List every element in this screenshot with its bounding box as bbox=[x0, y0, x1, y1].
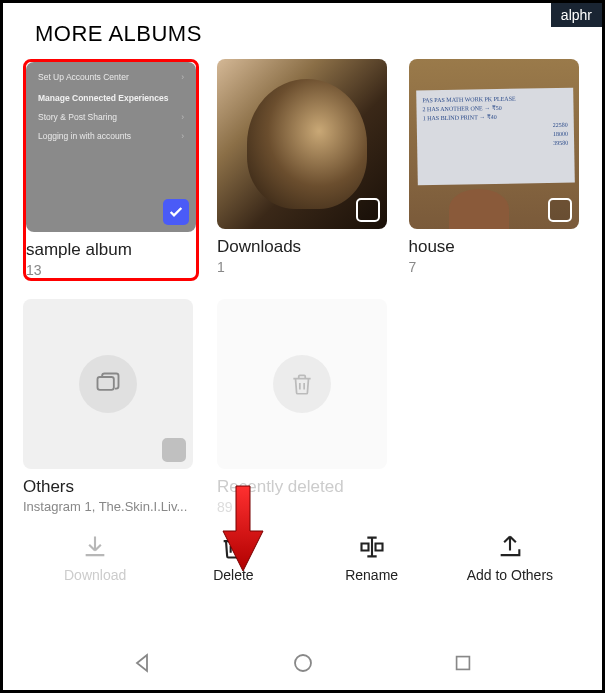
system-nav-bar bbox=[3, 635, 602, 690]
selected-check-icon bbox=[163, 199, 189, 225]
svg-rect-2 bbox=[456, 656, 469, 669]
album-name: house bbox=[409, 237, 583, 257]
add-icon bbox=[496, 533, 524, 561]
settings-row: Set Up Accounts Center› bbox=[38, 72, 184, 82]
album-thumbnail bbox=[23, 299, 193, 469]
recent-icon[interactable] bbox=[452, 652, 474, 674]
album-thumbnail: PAS PAS MATH WORK PK PLEASE 2 HAS ANOTHE… bbox=[409, 59, 579, 229]
rename-icon bbox=[358, 533, 386, 561]
album-name: sample album bbox=[26, 240, 196, 260]
album-thumbnail: Set Up Accounts Center› Manage Connected… bbox=[26, 62, 196, 232]
album-sample[interactable]: Set Up Accounts Center› Manage Connected… bbox=[23, 59, 199, 281]
trash-icon bbox=[273, 355, 331, 413]
action-label: Delete bbox=[213, 567, 253, 583]
album-name: Others bbox=[23, 477, 199, 497]
album-recently-deleted[interactable]: Recently deleted 89 bbox=[217, 299, 391, 515]
album-downloads[interactable]: Downloads 1 bbox=[217, 59, 391, 281]
album-subtitle: Instagram 1, The.Skin.I.Liv... bbox=[23, 499, 193, 514]
action-label: Rename bbox=[345, 567, 398, 583]
unselected-check-icon bbox=[548, 198, 572, 222]
download-button: Download bbox=[50, 533, 140, 583]
action-bar: Download Delete Rename Add to Others bbox=[21, 523, 584, 601]
delete-button[interactable]: Delete bbox=[188, 533, 278, 583]
album-thumbnail bbox=[217, 299, 387, 469]
album-house[interactable]: PAS PAS MATH WORK PK PLEASE 2 HAS ANOTHE… bbox=[409, 59, 583, 281]
album-count: 7 bbox=[409, 259, 583, 275]
action-label: Download bbox=[64, 567, 126, 583]
album-count: 13 bbox=[26, 262, 196, 278]
album-count: 89 bbox=[217, 499, 391, 515]
album-count: 1 bbox=[217, 259, 391, 275]
back-icon[interactable] bbox=[131, 651, 155, 675]
settings-heading: Manage Connected Experiences bbox=[38, 93, 184, 103]
settings-row: Logging in with accounts› bbox=[38, 131, 184, 141]
add-to-others-button[interactable]: Add to Others bbox=[465, 533, 555, 583]
album-thumbnail bbox=[217, 59, 387, 229]
trash-icon bbox=[219, 533, 247, 561]
settings-row: Story & Post Sharing› bbox=[38, 112, 184, 122]
album-grid: Set Up Accounts Center› Manage Connected… bbox=[21, 59, 584, 515]
rename-button[interactable]: Rename bbox=[327, 533, 417, 583]
action-label: Add to Others bbox=[467, 567, 553, 583]
gallery-screen: MORE ALBUMS Set Up Accounts Center› Mana… bbox=[3, 3, 602, 630]
folder-icon bbox=[79, 355, 137, 413]
svg-point-1 bbox=[295, 655, 311, 671]
unselected-check-icon bbox=[356, 198, 380, 222]
svg-rect-0 bbox=[98, 377, 114, 390]
download-icon bbox=[81, 533, 109, 561]
home-icon[interactable] bbox=[291, 651, 315, 675]
album-others[interactable]: Others Instagram 1, The.Skin.I.Liv... bbox=[23, 299, 199, 515]
album-name: Downloads bbox=[217, 237, 391, 257]
page-title: MORE ALBUMS bbox=[21, 21, 584, 47]
alphr-badge: alphr bbox=[551, 3, 602, 27]
album-name: Recently deleted bbox=[217, 477, 391, 497]
unselected-check-icon bbox=[162, 438, 186, 462]
